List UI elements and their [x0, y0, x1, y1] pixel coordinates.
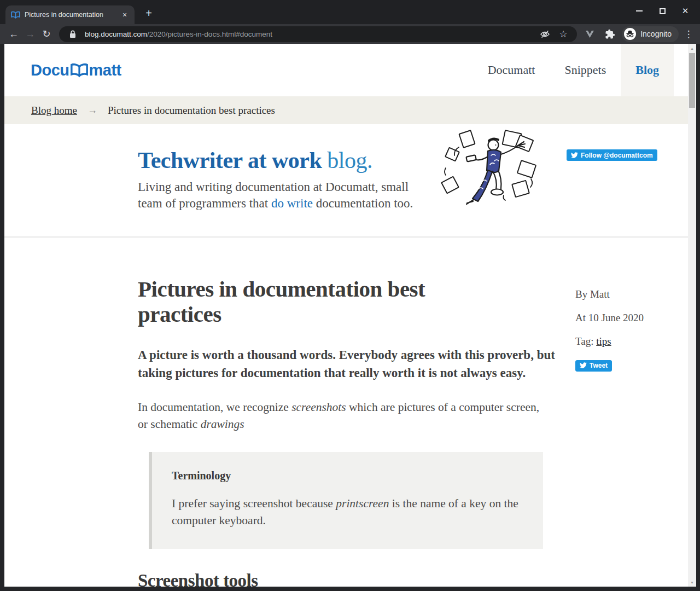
- extensions-puzzle-icon[interactable]: [602, 26, 618, 42]
- meta-tag: Tag: tips: [575, 335, 644, 347]
- breadcrumb-arrow-icon: →: [88, 105, 97, 116]
- article-title: Pictures in documentation best practices: [138, 276, 499, 327]
- toolbar-right-cluster: Incognito ⋮: [581, 26, 695, 42]
- minimize-button[interactable]: [628, 0, 651, 22]
- meta-date: At 10 June 2020: [575, 312, 644, 324]
- new-tab-button[interactable]: +: [141, 6, 156, 21]
- juggling-papers-illustration: [439, 129, 542, 207]
- documatt-logo[interactable]: Docu matt: [31, 61, 121, 79]
- url-host: blog.documatt.com: [85, 30, 147, 38]
- browser-toolbar: ← → ↻ blog.documatt.com/2020/pictures-in…: [0, 24, 700, 44]
- reload-button[interactable]: ↻: [38, 26, 55, 42]
- page-viewport: Docu matt Documatt Snippets Blog Blog ho…: [4, 44, 696, 587]
- article-lead: A picture is worth a thousand words. Eve…: [138, 346, 560, 383]
- address-bar[interactable]: blog.documatt.com/2020/pictures-in-docs.…: [59, 26, 577, 42]
- blog-title-strong: Techwriter at work: [138, 148, 322, 173]
- scroll-down-arrow-icon[interactable]: ▼: [688, 578, 696, 587]
- tab-title: Pictures in documentation: [25, 10, 116, 19]
- blog-title: Techwriter at work blog.: [138, 147, 372, 173]
- twitter-bird-icon: [571, 152, 578, 158]
- lock-icon: [66, 30, 79, 38]
- section-heading-screenshot-tools: Screenshot tools: [138, 571, 688, 587]
- admonition-text: I prefer saying screenshot because: [172, 497, 336, 510]
- follow-button-label: Follow @documattcom: [581, 152, 653, 159]
- breadcrumb: Blog home → Pictures in documentation be…: [4, 96, 688, 124]
- web-page: Docu matt Documatt Snippets Blog Blog ho…: [4, 44, 688, 587]
- article-paragraph: In documentation, we recognize screensho…: [138, 399, 544, 433]
- maximize-icon: [660, 8, 666, 14]
- page-scrollbar[interactable]: ▲ ▼: [688, 44, 696, 587]
- url-path: /2020/pictures-in-docs.html#document: [147, 30, 272, 38]
- italic-screenshots: screenshots: [291, 401, 346, 414]
- terminology-admonition: Terminology I prefer saying screenshot b…: [149, 452, 543, 549]
- scrollbar-thumb[interactable]: [689, 53, 695, 108]
- forward-button[interactable]: →: [22, 26, 38, 42]
- site-header: Docu matt Documatt Snippets Blog: [4, 44, 688, 96]
- incognito-label: Incognito: [640, 30, 672, 38]
- tab-close-icon[interactable]: ×: [120, 10, 129, 19]
- eye-off-icon[interactable]: [538, 29, 551, 39]
- back-button[interactable]: ←: [5, 26, 22, 42]
- breadcrumb-home-link[interactable]: Blog home: [31, 105, 77, 117]
- tagline-text-end: documentation too.: [313, 196, 413, 210]
- tweet-button[interactable]: Tweet: [575, 360, 612, 372]
- twitter-follow-button[interactable]: Follow @documattcom: [567, 149, 657, 161]
- incognito-badge: Incognito: [622, 26, 679, 42]
- nav-item-blog[interactable]: Blog: [621, 44, 674, 96]
- article: Pictures in documentation best practices…: [4, 238, 688, 587]
- favicon-book-icon: [11, 11, 20, 19]
- blog-title-light: blog.: [322, 148, 372, 173]
- maximize-button[interactable]: [651, 0, 674, 22]
- tag-label: Tag:: [575, 335, 596, 347]
- tagline-do-write-link[interactable]: do write: [271, 196, 313, 210]
- italic-drawings: drawings: [201, 418, 244, 431]
- scroll-up-arrow-icon[interactable]: ▲: [688, 44, 696, 53]
- incognito-spy-icon: [624, 28, 636, 40]
- blog-tagline: Living and writing documentation at Docu…: [138, 179, 418, 212]
- blog-hero: Techwriter at work blog. Living and writ…: [4, 124, 688, 238]
- minimize-icon: [636, 10, 643, 11]
- nav-item-snippets[interactable]: Snippets: [550, 44, 621, 96]
- logo-text-post: matt: [89, 61, 121, 79]
- tweet-button-label: Tweet: [590, 362, 608, 369]
- browser-tab-strip: Pictures in documentation × + ✕: [0, 0, 700, 24]
- url-text[interactable]: blog.documatt.com/2020/pictures-in-docs.…: [85, 30, 533, 38]
- nav-item-documatt[interactable]: Documatt: [473, 44, 550, 96]
- site-nav: Documatt Snippets Blog: [473, 44, 674, 96]
- menu-kebab-icon[interactable]: ⋮: [682, 28, 695, 40]
- v-extension-icon[interactable]: [581, 26, 598, 42]
- admonition-title: Terminology: [172, 470, 519, 482]
- close-button[interactable]: ✕: [674, 0, 697, 22]
- admonition-body: I prefer saying screenshot because print…: [172, 495, 519, 529]
- meta-author: By Matt: [575, 288, 644, 300]
- bookmark-star-icon[interactable]: ☆: [557, 28, 570, 40]
- italic-printscreen: printscreen: [336, 497, 389, 510]
- logo-book-icon: [70, 63, 89, 78]
- paragraph-text: In documentation, we recognize: [138, 401, 291, 414]
- window-controls: ✕: [628, 0, 697, 22]
- twitter-bird-icon: [580, 362, 587, 368]
- tag-tips-link[interactable]: tips: [596, 335, 611, 347]
- browser-tab[interactable]: Pictures in documentation ×: [5, 5, 135, 24]
- article-meta: By Matt At 10 June 2020 Tag: tips Tweet: [575, 288, 644, 372]
- logo-text-pre: Docu: [31, 61, 69, 79]
- breadcrumb-current: Pictures in documentation best practices: [108, 105, 275, 117]
